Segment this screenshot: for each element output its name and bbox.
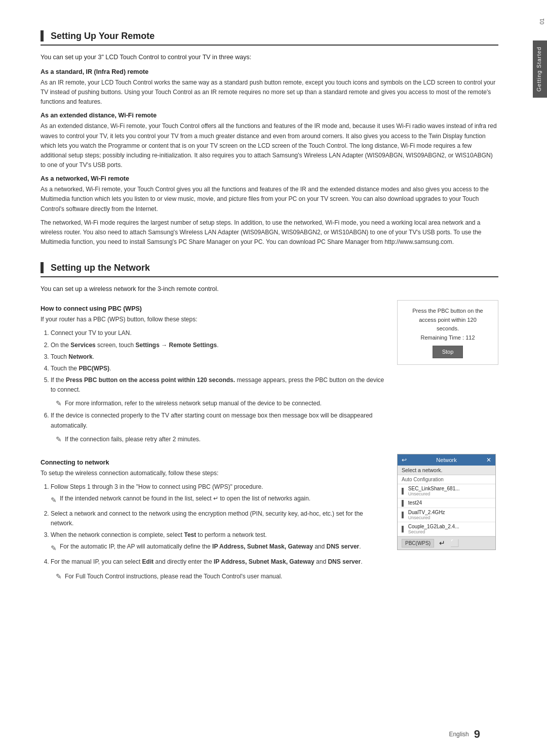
pbc-intro: If your router has a PBC (WPS) button, f…	[41, 315, 387, 324]
sub-heading-networked: As a networked, Wi-Fi remote	[41, 175, 498, 182]
network-dialog-footer: PBC(WPS) ↵ ⬜	[398, 536, 495, 550]
stop-box-line2: access point within 120	[406, 316, 490, 325]
stop-box: Press the PBC button on the access point…	[397, 300, 498, 365]
connecting-step-1: Follow Steps 1 through 3 in the "How to …	[51, 482, 387, 506]
body-ir: As an IR remote, your LCD Touch Control …	[41, 78, 498, 107]
pbc-heading: How to connect using PBC (WPS)	[41, 305, 387, 312]
connecting-note-1: ✎ If the intended network cannot be foun…	[51, 494, 387, 506]
body-networked-1: As a networked, Wi-Fi remote, your Touch…	[41, 185, 498, 214]
sub-heading-ir: As a standard, IR (Infra Red) remote	[41, 68, 498, 75]
side-tab-label: Getting Started	[533, 40, 547, 98]
network-name-1: SEC_LinkShare_681...	[408, 486, 460, 491]
side-tab: 01 Getting Started	[529, 0, 547, 756]
note-text-1: For more information, refer to the wirel…	[65, 399, 322, 408]
pbc-step-5: If the Press PBC button on the access po…	[51, 375, 387, 395]
note-text-3: If the intended network cannot be found …	[60, 494, 310, 503]
connecting-right: ↩ Network ✕ Select a network. Auto Confi…	[397, 454, 498, 550]
pbc-step-2: On the Services screen, touch Settings →…	[51, 341, 387, 350]
section2-title: Setting up the Network	[41, 262, 498, 277]
connecting-section: Connecting to network To setup the wirel…	[41, 454, 498, 584]
note-icon-5: ✎	[56, 572, 62, 580]
section1: Setting Up Your Remote You can set up yo…	[41, 30, 498, 247]
network-footer-icon-1: ↵	[439, 539, 445, 547]
sub-heading-wifi: As an extended distance, Wi-Fi remote	[41, 112, 498, 119]
body-wifi: As an extended distance, Wi-Fi remote, y…	[41, 121, 498, 170]
network-dialog-title: Network	[436, 457, 456, 463]
footer-note: ✎ For Full Touch Control instructions, p…	[56, 572, 387, 581]
network-sub-3: Unsecured	[408, 515, 445, 520]
connecting-step-2: Select a network and connect to the netw…	[51, 509, 387, 528]
network-auto-config: Auto Configuration	[398, 475, 495, 484]
wifi-icon-1: ▌	[402, 488, 406, 494]
pbc-steps-list: Connect your TV to your LAN. On the Serv…	[51, 328, 387, 395]
network-dialog-close-icon[interactable]: ✕	[486, 456, 491, 464]
pbc-section: How to connect using PBC (WPS) If your r…	[41, 300, 498, 447]
title-bar-icon-2	[41, 262, 44, 273]
connecting-intro: To setup the wireless connection automat…	[41, 469, 387, 478]
pbc-step-3: Touch Network.	[51, 352, 387, 362]
section2: Setting up the Network You can set up a …	[41, 262, 498, 583]
network-item-3[interactable]: ▌ DualTV_2.4GHz Unsecured	[398, 508, 495, 522]
footer-language: English	[449, 731, 468, 738]
note-icon-2: ✎	[56, 435, 62, 443]
note-text-5: For Full Touch Control instructions, ple…	[65, 572, 282, 581]
pbc-step-4: Touch the PBC(WPS).	[51, 364, 387, 373]
note-text-4: For the automatic IP, the AP will automa…	[60, 542, 361, 551]
connecting-step-4: For the manual IP, you can select Edit a…	[51, 557, 387, 567]
network-item-2[interactable]: ▌ test24	[398, 498, 495, 508]
wifi-icon-3: ▌	[402, 512, 406, 518]
section1-title: Setting Up Your Remote	[41, 30, 498, 46]
body-networked-2: The networked, Wi-Fi mode requires the l…	[41, 218, 498, 247]
network-dialog-sublabel: Select a network.	[398, 466, 495, 475]
stop-box-line4: Remaining Time : 112	[406, 333, 490, 343]
note-icon-1: ✎	[56, 399, 62, 407]
pbc-wps-button[interactable]: PBC(WPS)	[402, 539, 434, 548]
network-item-4[interactable]: ▌ Couple_1G2Lab_2.4... Secured	[398, 522, 495, 536]
pbc-step-1: Connect your TV to your LAN.	[51, 328, 387, 338]
note-icon-4: ✎	[51, 542, 57, 554]
pbc-note-1: ✎ For more information, refer to the wir…	[56, 399, 387, 408]
wifi-icon-4: ▌	[402, 526, 406, 532]
note-text-2: If the connection fails, please retry af…	[65, 435, 201, 444]
connecting-step-3: When the network connection is complete,…	[51, 530, 387, 554]
page-wrapper: Setting Up Your Remote You can set up yo…	[0, 0, 547, 756]
network-name-4: Couple_1G2Lab_2.4...	[408, 524, 459, 529]
pbc-right: Press the PBC button on the access point…	[397, 300, 498, 370]
connecting-note-2: ✎ For the automatic IP, the AP will auto…	[51, 542, 387, 554]
network-dialog-header: ↩ Network ✕	[398, 454, 495, 466]
network-dialog-back-icon: ↩	[402, 456, 407, 464]
network-sub-1: Unsecured	[408, 491, 460, 496]
page-footer: English 9	[0, 728, 511, 741]
pbc-note-2: ✎ If the connection fails, please retry …	[56, 435, 387, 444]
network-footer-icon-2: ⬜	[450, 539, 459, 547]
section2-intro: You can set up a wireless network for th…	[41, 284, 498, 294]
network-item-1[interactable]: ▌ SEC_LinkShare_681... Unsecured	[398, 484, 495, 498]
network-name-3: DualTV_2.4GHz	[408, 510, 445, 515]
wifi-icon-2: ▌	[402, 500, 406, 506]
stop-box-line1: Press the PBC button on the	[406, 307, 490, 316]
network-name-2: test24	[408, 500, 422, 506]
pbc-step-6-list: If the device is connected properly to t…	[51, 411, 387, 430]
network-dialog: ↩ Network ✕ Select a network. Auto Confi…	[397, 454, 496, 550]
connecting-steps-list: Follow Steps 1 through 3 in the "How to …	[51, 482, 387, 567]
pbc-left: How to connect using PBC (WPS) If your r…	[41, 300, 387, 447]
main-content: Setting Up Your Remote You can set up yo…	[0, 0, 529, 756]
connecting-left: Connecting to network To setup the wirel…	[41, 454, 387, 584]
footer-page-number: 9	[474, 728, 480, 741]
pbc-step-6: If the device is connected properly to t…	[51, 411, 387, 430]
connecting-heading: Connecting to network	[41, 459, 387, 466]
section1-intro: You can set up your 3" LCD Touch Control…	[41, 53, 498, 62]
note-icon-3: ✎	[51, 494, 57, 506]
stop-box-line3: seconds.	[406, 324, 490, 333]
title-bar-icon	[41, 30, 44, 41]
stop-button[interactable]: Stop	[433, 346, 463, 359]
side-tab-number: 01	[539, 18, 545, 24]
network-sub-4: Secured	[408, 529, 459, 534]
